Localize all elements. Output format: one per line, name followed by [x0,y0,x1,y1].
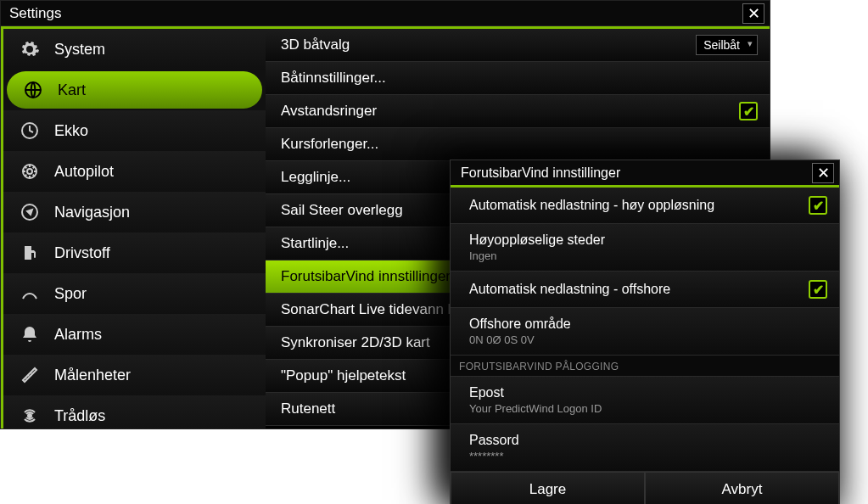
row-label: ForutsibarVind innstillinger [281,268,451,285]
auto-offshore-checkbox[interactable] [809,280,827,299]
sidebar-item-malenheter[interactable]: Målenheter [3,355,266,395]
modal-close-button[interactable]: ✕ [812,163,834,183]
row-label: Rutenett [281,400,335,417]
row-label: "Popup" hjelpetekst [281,367,406,384]
svg-point-3 [27,169,32,174]
sidebar-item-tradlos[interactable]: Trådløs [3,395,266,428]
modal-body: Automatisk nedlastning - høy oppløsning … [451,188,839,504]
row-auto-offshore[interactable]: Automatisk nedlastning - offshore [451,272,839,308]
row-label: Kursforlenger... [281,136,378,153]
boat-select[interactable]: Seilbåt [696,35,758,55]
row-label: 3D båtvalg [281,36,350,53]
row-offshore-area[interactable]: Offshore område 0N 0Ø 0S 0V [451,308,839,356]
row-label: Passord [469,433,519,448]
row-value: Ingen [469,249,605,262]
svg-point-5 [28,414,31,417]
close-button[interactable]: ✕ [742,3,764,24]
sidebar-item-alarms[interactable]: Alarms [3,314,266,355]
sidebar-item-label: Målenheter [54,367,131,384]
helm-icon [19,160,41,182]
sidebar-item-label: Alarms [54,326,102,344]
row-label: Automatisk nedlastning - offshore [469,282,670,297]
sidebar-item-label: Drivstoff [54,244,110,262]
select-value: Seilbåt [703,38,740,52]
sidebar-item-label: System [54,41,105,59]
row-label: Legglinje... [281,169,350,186]
row-auto-highres[interactable]: Automatisk nedlastning - høy oppløsning [451,188,839,224]
sidebar-item-label: Autopilot [54,163,114,181]
row-batinnstillinger[interactable]: Båtinnstillinger... [266,62,770,95]
row-label: Synkroniser 2D/3D kart [281,334,430,351]
row-label: Automatisk nedlastning - høy oppløsning [469,198,714,213]
section-header-login: FORUTSIBARVIND PÅLOGGING [451,356,839,377]
avstandsringer-checkbox[interactable] [739,102,758,120]
sidebar-item-kart[interactable]: Kart [7,71,262,109]
modal-titlebar: ForutsibarVind innstillinger ✕ [451,160,839,188]
sidebar-item-autopilot[interactable]: Autopilot [3,151,266,192]
row-label: Epost [469,385,602,400]
settings-titlebar: Settings ✕ [1,1,770,26]
gear-icon [19,38,41,60]
wireless-icon [19,405,41,427]
track-icon [19,283,41,305]
sidebar-item-ekko[interactable]: Ekko [3,110,266,151]
row-value: 0N 0Ø 0S 0V [469,333,571,346]
row-kursforlenger[interactable]: Kursforlenger... [266,128,770,161]
globe-icon [22,79,44,101]
sidebar-item-spor[interactable]: Spor [3,273,266,314]
sidebar-item-label: Kart [58,81,86,99]
row-label: SonarChart Live tidevann ko [281,301,463,318]
row-value: ******** [469,450,519,462]
row-label: Startlinje... [281,235,349,252]
row-value: Your PredictWind Logon ID [469,402,602,415]
sidebar-item-navigasjon[interactable]: Navigasjon [3,192,266,232]
close-icon: ✕ [748,4,760,23]
close-icon: ✕ [817,164,830,182]
sonar-icon [19,120,41,142]
modal-button-row: Lagre Avbryt [451,472,839,504]
save-button[interactable]: Lagre [451,472,645,504]
compass-icon [19,201,41,223]
ruler-icon [19,364,41,386]
row-3d-batvalg[interactable]: 3D båtvalg Seilbåt [266,29,770,62]
bell-icon [19,323,41,345]
auto-highres-checkbox[interactable] [809,196,827,215]
row-label: Avstandsringer [281,103,377,120]
row-avstandsringer[interactable]: Avstandsringer [266,95,770,128]
cancel-button[interactable]: Avbryt [645,472,839,504]
row-label: Høyoppløselige steder [469,232,605,248]
modal-title: ForutsibarVind innstillinger [461,165,620,181]
settings-sidebar: System Kart Ekko Autopilot [1,29,266,428]
sidebar-item-system[interactable]: System [3,29,266,70]
row-label: Sail Steer overlegg [281,202,403,219]
sidebar-item-label: Trådløs [54,407,105,425]
predictwind-modal: ForutsibarVind innstillinger ✕ Automatis… [450,160,840,504]
row-highres-places[interactable]: Høyoppløselige steder Ingen [451,224,839,272]
settings-title: Settings [9,5,61,22]
sidebar-item-drivstoff[interactable]: Drivstoff [3,232,266,273]
sidebar-item-label: Navigasjon [54,204,130,221]
sidebar-item-label: Spor [54,285,87,303]
fuel-icon [19,242,41,264]
sidebar-item-label: Ekko [54,122,88,140]
row-label: Offshore område [469,316,571,332]
row-epost[interactable]: Epost Your PredictWind Logon ID [451,377,839,424]
row-passord[interactable]: Passord ******** [451,424,839,472]
row-label: Båtinnstillinger... [281,70,386,87]
